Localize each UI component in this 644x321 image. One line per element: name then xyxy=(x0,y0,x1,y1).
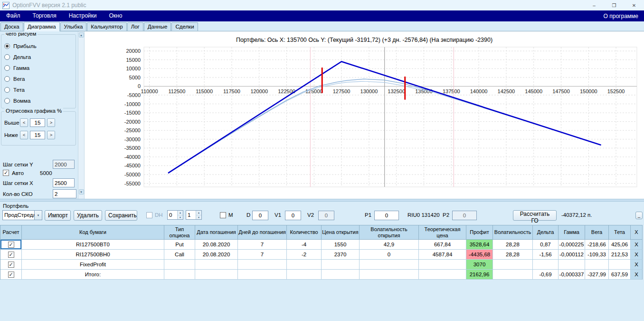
spin-a-arrows[interactable]: ▲▼ xyxy=(177,211,183,219)
spin-b[interactable]: ▲▼ xyxy=(186,210,202,220)
col-header-9[interactable]: Профит xyxy=(466,225,493,240)
col-header-12[interactable]: Гамма xyxy=(559,225,585,240)
draw-option-2[interactable]: Гамма xyxy=(4,62,76,73)
row-2-calc-cell[interactable]: ✓ xyxy=(0,260,22,270)
row-1-calc-checkbox[interactable]: ✓ xyxy=(8,252,14,258)
range-decrease-button[interactable]: < xyxy=(20,131,28,139)
range-decrease-button[interactable]: < xyxy=(20,118,28,127)
draw-option-4[interactable]: Тета xyxy=(4,84,76,95)
col-header-3[interactable]: Дата погашения xyxy=(195,225,238,240)
minimize-button[interactable]: – xyxy=(584,0,604,10)
spin-a[interactable]: ▲▼ xyxy=(167,210,183,220)
tab-1[interactable]: Диаграмма xyxy=(24,22,60,31)
sko-count-input[interactable] xyxy=(53,189,76,198)
col-header-10[interactable]: Волатильность xyxy=(493,225,533,240)
row-3-cell-2[interactable] xyxy=(164,270,195,280)
row-1-cell-4[interactable]: 7 xyxy=(238,250,287,260)
grid-step-x-input[interactable] xyxy=(53,178,75,187)
row-2-cell-12[interactable] xyxy=(559,260,585,270)
p1-input[interactable] xyxy=(374,211,399,220)
row-3-cell-4[interactable] xyxy=(238,270,287,280)
row-0-cell-14[interactable]: 425,06 xyxy=(609,240,631,250)
scroll-up-icon[interactable]: ▲ xyxy=(79,32,84,38)
tab-3[interactable]: Калькулятор xyxy=(87,22,126,31)
row-0-cell-1[interactable]: RI127500BT0 xyxy=(22,240,164,250)
spin-a-input[interactable] xyxy=(168,211,177,219)
row-1-cell-2[interactable]: Call xyxy=(164,250,195,260)
range-value-input[interactable] xyxy=(30,131,45,139)
dh-checkbox[interactable] xyxy=(146,212,152,218)
range-increase-button[interactable]: > xyxy=(47,131,55,139)
row-3-calc-cell[interactable]: ✓ xyxy=(0,270,22,280)
row-1-cell-12[interactable]: -0,000112 xyxy=(559,250,585,260)
auto-checkbox[interactable]: ✓ xyxy=(3,170,9,176)
row-1-cell-3[interactable]: 20.08.2020 xyxy=(195,250,238,260)
row-1-delete-button[interactable]: X xyxy=(631,250,643,260)
row-3-cell-8[interactable] xyxy=(419,270,466,280)
menu-item-1[interactable]: Торговля xyxy=(27,10,63,21)
tab-5[interactable]: Данные xyxy=(144,22,171,31)
row-3-cell-1[interactable]: Итого: xyxy=(22,270,164,280)
v1-input[interactable] xyxy=(285,211,301,220)
row-1-cell-8[interactable]: 4587,84 xyxy=(419,250,466,260)
row-3-cell-14[interactable]: 637,59 xyxy=(609,270,631,280)
combo-dropdown-icon[interactable]: ▼ xyxy=(34,211,42,220)
close-button[interactable]: ✕ xyxy=(624,0,644,10)
d-input[interactable] xyxy=(252,211,268,220)
radio-icon[interactable] xyxy=(4,65,10,71)
spin-b-arrows[interactable]: ▲▼ xyxy=(196,211,201,219)
row-0-cell-11[interactable]: 0,87 xyxy=(533,240,559,250)
row-2-cell-9[interactable]: 3070 xyxy=(466,260,493,270)
col-header-4[interactable]: Дней до погашения xyxy=(238,225,287,240)
tab-6[interactable]: Сделки xyxy=(171,22,198,31)
draw-option-3[interactable]: Вега xyxy=(4,73,76,84)
draw-option-5[interactable]: Вомма xyxy=(4,95,76,106)
col-header-0[interactable]: Расчет xyxy=(0,225,22,240)
col-header-13[interactable]: Вега xyxy=(585,225,609,240)
row-0-cell-6[interactable]: 1550 xyxy=(322,240,360,250)
row-3-cell-5[interactable] xyxy=(287,270,322,280)
collapse-button[interactable]: _ xyxy=(635,212,643,219)
col-header-14[interactable]: Тета xyxy=(609,225,631,240)
row-0-cell-12[interactable]: -0,000225 xyxy=(559,240,585,250)
row-3-delete-button[interactable]: X xyxy=(631,270,643,280)
row-0-cell-13[interactable]: -218,66 xyxy=(585,240,609,250)
radio-icon[interactable] xyxy=(4,98,10,104)
row-3-cell-3[interactable] xyxy=(195,270,238,280)
maximize-button[interactable]: ❐ xyxy=(604,0,624,10)
row-0-cell-9[interactable]: 3528,64 xyxy=(466,240,493,250)
row-1-cell-7[interactable]: 0 xyxy=(360,250,419,260)
row-2-cell-5[interactable] xyxy=(287,260,322,270)
import-button[interactable]: Импорт xyxy=(45,210,71,221)
row-2-cell-14[interactable] xyxy=(609,260,631,270)
col-header-8[interactable]: Теоретическая цена xyxy=(419,225,466,240)
profit-chart[interactable]: 20000150001000050000-5000-10000-15000-20… xyxy=(85,44,643,192)
range-value-input[interactable] xyxy=(30,118,45,127)
delete-button[interactable]: Удалить xyxy=(74,210,102,221)
m-checkbox[interactable] xyxy=(220,212,226,218)
col-header-6[interactable]: Цена открытия xyxy=(322,225,360,240)
tab-2[interactable]: Улыбка xyxy=(60,22,87,31)
row-2-cell-1[interactable]: FixedProfit xyxy=(22,260,164,270)
row-2-cell-13[interactable] xyxy=(585,260,609,270)
menu-item-0[interactable]: Файл xyxy=(0,10,27,21)
menu-item-about[interactable]: О программе xyxy=(598,13,644,19)
row-1-cell-10[interactable]: 28,28 xyxy=(493,250,533,260)
row-0-cell-3[interactable]: 20.08.2020 xyxy=(195,240,238,250)
row-3-cell-13[interactable]: -327,99 xyxy=(585,270,609,280)
radio-icon[interactable] xyxy=(4,43,10,49)
row-1-cell-5[interactable]: -2 xyxy=(287,250,322,260)
row-0-calc-cell[interactable]: ✓ xyxy=(0,240,22,250)
radio-icon[interactable] xyxy=(4,54,10,60)
row-2-calc-checkbox[interactable]: ✓ xyxy=(8,262,14,268)
spin-b-input[interactable] xyxy=(186,211,196,219)
col-header-15[interactable]: X xyxy=(631,225,643,240)
row-3-cell-11[interactable]: -0,69 xyxy=(533,270,559,280)
draw-option-1[interactable]: Дельта xyxy=(4,51,76,62)
row-0-cell-2[interactable]: Put xyxy=(164,240,195,250)
menu-item-3[interactable]: Окно xyxy=(103,10,129,21)
col-header-5[interactable]: Количество xyxy=(287,225,322,240)
row-1-cell-14[interactable]: 212,53 xyxy=(609,250,631,260)
row-2-cell-10[interactable] xyxy=(493,260,533,270)
scroll-down-icon[interactable]: ▼ xyxy=(79,189,84,195)
